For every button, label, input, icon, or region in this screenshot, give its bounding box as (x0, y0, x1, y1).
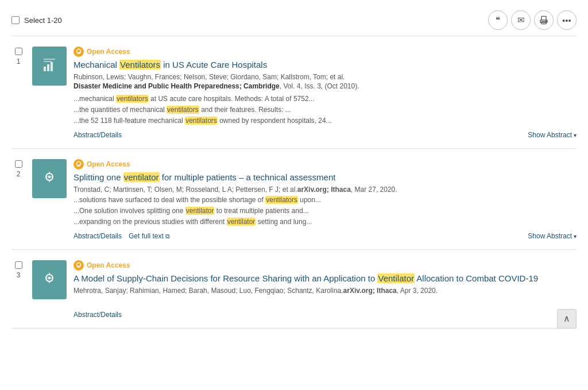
chevron-down-icon-1: ▾ (574, 132, 577, 138)
abstract-details-link-2[interactable]: Abstract/Details (74, 232, 122, 240)
item-number-1: 1 (17, 57, 21, 65)
item-snippet-2: ...solutions have surfaced to deal with … (74, 195, 577, 228)
print-button[interactable] (534, 10, 554, 30)
item-snippet-3 (74, 296, 577, 306)
svg-rect-18 (51, 176, 53, 177)
item-content-2: Open Access Splitting one ventilator for… (74, 159, 577, 240)
email-button[interactable]: ✉ (511, 10, 531, 30)
item-checkbox-2[interactable] (15, 160, 22, 168)
abstract-details-link-3[interactable]: Abstract/Details (74, 311, 122, 319)
open-access-badge-3: Open Access (74, 260, 577, 271)
print-icon (539, 16, 548, 25)
item-title-1[interactable]: Mechanical Ventilators in US Acute Care … (74, 59, 577, 71)
open-access-badge-2: Open Access (74, 159, 577, 169)
item-number-2: 2 (17, 170, 21, 178)
select-label: Select 1-20 (24, 16, 62, 25)
abstract-details-link-1[interactable]: Abstract/Details (74, 131, 122, 139)
select-all-checkbox[interactable] (11, 16, 20, 24)
svg-rect-31 (79, 265, 79, 267)
svg-rect-27 (45, 277, 48, 279)
svg-rect-0 (541, 22, 546, 24)
item-number-3: 3 (17, 271, 21, 279)
item-authors-2: Tronstad, C; Martinsen, T; Olsen, M; Ros… (74, 186, 577, 194)
document-chart-icon (40, 54, 59, 79)
svg-rect-25 (49, 273, 50, 275)
item-checkbox-num-1: 1 (11, 47, 25, 65)
item-content-3: Open Access A Model of Supply-Chain Deci… (74, 260, 577, 319)
more-button[interactable]: ••• (557, 10, 577, 30)
show-abstract-button-2[interactable]: Show Abstract ▾ (528, 232, 577, 240)
item-journal-1: Disaster Medicine and Public Health Prep… (74, 82, 577, 90)
svg-rect-15 (49, 172, 50, 174)
item-checkbox-num-2: 2 (11, 159, 25, 178)
svg-rect-21 (79, 164, 79, 165)
quote-button[interactable]: ❝ (488, 10, 508, 30)
item-snippet-1: ...mechanical ventilators at US acute ca… (74, 94, 577, 127)
svg-rect-16 (49, 180, 50, 182)
open-access-text-2: Open Access (87, 160, 130, 168)
item-title-3[interactable]: A Model of Supply-Chain Decisions for Re… (74, 273, 577, 284)
open-access-text-1: Open Access (87, 48, 130, 56)
item-content-1: Open Access Mechanical Ventilators in US… (74, 47, 577, 139)
svg-rect-26 (49, 281, 50, 283)
select-all-area: Select 1-20 (11, 16, 62, 25)
item-title-2[interactable]: Splitting one ventilator for multiple pa… (74, 172, 577, 183)
svg-rect-7 (44, 59, 55, 60)
item-authors-1: Rubinson, Lewis; Vaughn, Frances; Nelson… (74, 73, 577, 81)
svg-rect-5 (47, 64, 49, 71)
item-thumbnail-3 (32, 260, 67, 299)
svg-rect-8 (44, 61, 52, 62)
item-thumbnail-1 (32, 47, 67, 86)
external-link-icon: ⧉ (165, 233, 170, 240)
open-access-badge-1: Open Access (74, 47, 577, 57)
open-access-text-3: Open Access (87, 261, 130, 269)
svg-point-24 (48, 276, 51, 279)
result-list: 1 (11, 36, 577, 329)
item-authors-3: Mehrotra, Sanjay; Rahimian, Hamed; Barah… (74, 287, 577, 295)
list-item: 2 (11, 149, 577, 250)
full-text-link-2[interactable]: Get full text ⧉ (129, 232, 170, 240)
svg-rect-28 (51, 277, 53, 279)
svg-rect-6 (51, 62, 53, 71)
open-access-icon-1 (74, 47, 84, 57)
list-item: 1 (11, 36, 577, 149)
item-links-3: Abstract/Details (74, 311, 577, 319)
document-gear-icon (40, 167, 59, 191)
svg-rect-11 (79, 51, 79, 53)
list-item: 3 (11, 250, 577, 329)
svg-point-14 (48, 175, 51, 178)
arrow-up-icon: ∧ (563, 313, 570, 324)
item-checkbox-3[interactable] (15, 261, 22, 269)
document-gear-icon-2 (40, 268, 59, 292)
top-bar: Select 1-20 ❝ ✉ ••• (11, 6, 577, 36)
item-links-2: Abstract/Details Get full text ⧉ Show Ab… (74, 232, 577, 240)
svg-rect-17 (45, 176, 48, 177)
open-access-icon-3 (74, 260, 84, 271)
svg-point-2 (546, 21, 546, 21)
item-checkbox-num-3: 3 (11, 260, 25, 279)
svg-rect-1 (541, 16, 546, 20)
item-thumbnail-2 (32, 159, 67, 198)
back-to-top-button[interactable]: ∧ (557, 309, 577, 329)
show-abstract-button-1[interactable]: Show Abstract ▾ (528, 131, 577, 139)
item-links-1: Abstract/Details Show Abstract ▾ (74, 131, 577, 139)
toolbar-icons: ❝ ✉ ••• (488, 10, 577, 30)
svg-rect-4 (44, 67, 46, 71)
item-checkbox-1[interactable] (15, 48, 22, 55)
open-access-icon-2 (74, 159, 84, 169)
chevron-down-icon-2: ▾ (574, 233, 577, 240)
